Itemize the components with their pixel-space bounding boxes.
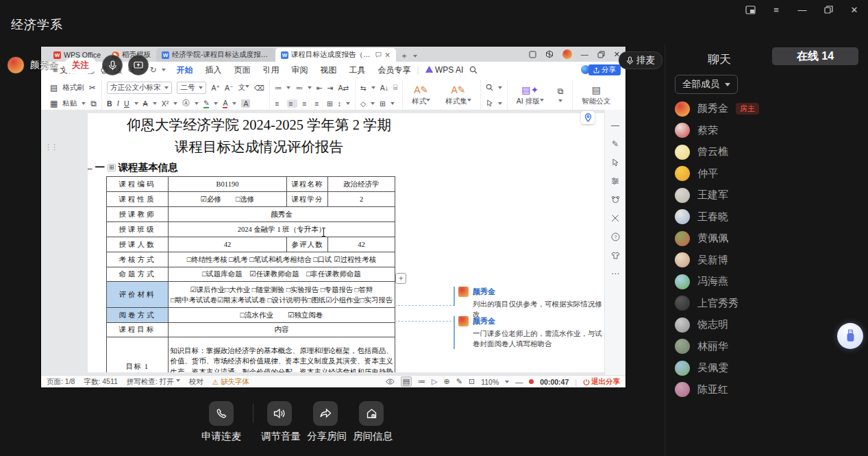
member-row[interactable]: 蔡荣 bbox=[675, 120, 864, 142]
location-pin-button[interactable] bbox=[581, 111, 595, 124]
collapse-panel-icon[interactable]: — bbox=[610, 121, 620, 130]
member-row[interactable]: 王建军 bbox=[675, 184, 864, 206]
redo-icon[interactable]: ↻ bbox=[149, 65, 156, 75]
follow-button[interactable]: 关注 bbox=[64, 58, 97, 73]
font-size-select[interactable]: 二号 bbox=[177, 82, 206, 94]
mic-queue-button[interactable]: 排麦 bbox=[619, 51, 662, 69]
highlight-color-button[interactable]: ✎ bbox=[203, 99, 210, 108]
member-row[interactable]: 仲平 bbox=[675, 163, 864, 185]
font-color-button[interactable]: A bbox=[223, 99, 227, 108]
member-row[interactable]: 陈亚红 bbox=[675, 379, 864, 401]
comment[interactable]: 颜秀金 一门课多位老师上的，需流水作业，与试卷封面阅卷人填写相吻合 bbox=[458, 316, 605, 349]
help-icon[interactable]: ? bbox=[610, 232, 620, 241]
cut-icon[interactable]: ✂ bbox=[89, 83, 96, 93]
outdent-icon[interactable]: ⇤ bbox=[317, 84, 323, 92]
fit-page-icon[interactable]: ⊡ bbox=[469, 377, 475, 386]
select-tool-icon[interactable] bbox=[610, 158, 620, 167]
align-justify-icon[interactable]: ≡ bbox=[314, 99, 322, 108]
spellcheck-status[interactable]: 拼写检查: 打开 bbox=[127, 377, 180, 387]
member-row[interactable]: 曾云樵 bbox=[675, 141, 864, 163]
wps-restore-icon[interactable] bbox=[597, 51, 605, 58]
member-row[interactable]: 冯海燕 bbox=[675, 271, 864, 293]
tab-doc-template[interactable]: W 经济学院-课程目标达成度报告模版.d bbox=[156, 48, 275, 62]
tab-chat[interactable]: 聊天 bbox=[708, 51, 731, 67]
line-spacing-icon[interactable]: ↕ bbox=[338, 99, 341, 108]
menu-page[interactable]: 页面 bbox=[227, 64, 256, 76]
menu-insert[interactable]: 插入 bbox=[199, 64, 227, 76]
bold-button[interactable]: B bbox=[107, 99, 112, 108]
member-filter-dropdown[interactable]: 全部成员 bbox=[675, 75, 738, 94]
share-room-button[interactable] bbox=[313, 401, 338, 426]
wps-ai-menu[interactable]: WPS AI bbox=[419, 65, 470, 75]
sort-icon[interactable]: A↓ bbox=[380, 84, 388, 92]
paste-icon[interactable]: ▦ bbox=[50, 99, 58, 108]
member-row[interactable]: 上官秀秀 bbox=[675, 293, 864, 315]
more-icon[interactable]: ⋯ bbox=[610, 269, 620, 278]
bullet-list-icon[interactable]: ≔ bbox=[275, 84, 282, 92]
close-icon[interactable]: ✕ bbox=[849, 4, 860, 15]
outline-grid-icon[interactable]: ⊞ bbox=[108, 164, 116, 171]
pip-icon[interactable] bbox=[745, 4, 756, 15]
copy-icon[interactable]: ⧉ bbox=[90, 99, 97, 108]
room-info-button[interactable] bbox=[359, 401, 384, 426]
menu-home[interactable]: 开始 bbox=[170, 64, 199, 76]
exit-share-button[interactable]: 退出分享 bbox=[583, 377, 620, 387]
menu-reference[interactable]: 引用 bbox=[256, 64, 285, 76]
cube-icon[interactable] bbox=[545, 50, 554, 58]
outline-view-icon[interactable]: ≔ bbox=[418, 377, 425, 386]
web-view-icon[interactable]: ⊕ bbox=[444, 377, 450, 386]
screen-share-button[interactable] bbox=[128, 55, 149, 75]
distribute-icon[interactable]: ⊞ bbox=[327, 99, 333, 108]
menu-view[interactable]: 视图 bbox=[314, 64, 343, 76]
menu-review[interactable]: 审阅 bbox=[285, 64, 314, 76]
missing-font-warning[interactable]: ⚠缺失字体 bbox=[212, 377, 249, 387]
char-shading-button[interactable]: A bbox=[241, 99, 250, 108]
minimize-icon[interactable]: — bbox=[797, 4, 808, 15]
member-row[interactable]: 王春晓 bbox=[675, 206, 864, 228]
font-decrease-icon[interactable]: A⁻ bbox=[225, 84, 234, 92]
layout-icon[interactable] bbox=[529, 51, 536, 58]
format-painter-icon[interactable]: ▤ bbox=[50, 83, 58, 93]
style-set-button[interactable]: A✎样式集 bbox=[441, 84, 475, 106]
wrap-icon[interactable]: ⇆ bbox=[360, 84, 367, 92]
underline-button[interactable]: U bbox=[124, 99, 129, 108]
superscript-button[interactable]: X² bbox=[162, 99, 169, 108]
ai-layout-button[interactable]: ▤✦AI 排版 bbox=[512, 84, 548, 106]
number-list-icon[interactable]: ≕ bbox=[295, 84, 303, 92]
share-button[interactable]: 分享 bbox=[588, 64, 621, 75]
course-info-table[interactable]: 课程编码B01190 课程名称政治经济学 课程性质☑必修 □选修 课程学分2 授… bbox=[106, 176, 395, 372]
edit-mode-icon[interactable]: ✎ bbox=[456, 377, 462, 386]
usb-float-button[interactable] bbox=[837, 323, 863, 349]
clear-format-icon[interactable]: ⌫ bbox=[254, 84, 264, 92]
align-center-icon[interactable]: ≡ bbox=[287, 99, 297, 108]
member-row[interactable]: 颜秀金 房主 bbox=[675, 98, 864, 120]
char-effect-button[interactable]: Ⓐ bbox=[182, 99, 190, 108]
comment[interactable]: 颜秀金 列出的项目仅供参考，可根据实际情况修改 bbox=[458, 287, 605, 320]
strikethrough-button[interactable]: A bbox=[143, 99, 148, 108]
font-increase-icon[interactable]: A⁺ bbox=[211, 84, 220, 92]
select-cursor-icon[interactable] bbox=[486, 99, 493, 107]
indent-icon[interactable]: ⇥ bbox=[327, 84, 334, 92]
proofread-button[interactable]: 校对 bbox=[189, 377, 203, 387]
member-row[interactable]: 饶志明 bbox=[675, 314, 864, 336]
request-mic-button[interactable] bbox=[209, 401, 234, 426]
tab-online[interactable]: 在线 14 bbox=[772, 47, 858, 65]
text-effect-icon[interactable]: 文 bbox=[238, 83, 250, 93]
tab-list-icon[interactable] bbox=[413, 55, 417, 60]
menu-member[interactable]: 会员专享 bbox=[371, 64, 417, 76]
skin-panel-icon[interactable] bbox=[610, 250, 620, 260]
table-add-button[interactable]: ＋ bbox=[395, 273, 406, 284]
align-right-icon[interactable]: ≡ bbox=[302, 99, 310, 108]
document-page[interactable]: 仰恩大学经济学院 2024-2025 学年第 2 学期 课程目标达成情况评价报告… bbox=[88, 113, 605, 372]
font-name-select[interactable]: 方正公文小标宋 bbox=[107, 82, 173, 94]
adjust-icon[interactable] bbox=[610, 176, 620, 186]
convert-button[interactable]: ⧉ bbox=[554, 86, 568, 104]
tab-close-icon[interactable]: ✕ bbox=[384, 51, 390, 59]
find-icon[interactable] bbox=[486, 84, 493, 91]
styles-button[interactable]: A✎样式 bbox=[408, 84, 434, 106]
pen-icon[interactable]: ✎ bbox=[610, 139, 620, 149]
zoom-out-icon[interactable]: — bbox=[515, 378, 523, 386]
tools-icon[interactable] bbox=[610, 213, 620, 223]
drag-handle[interactable]: ⋮⋮ bbox=[45, 143, 57, 152]
restore-icon[interactable] bbox=[823, 4, 834, 15]
